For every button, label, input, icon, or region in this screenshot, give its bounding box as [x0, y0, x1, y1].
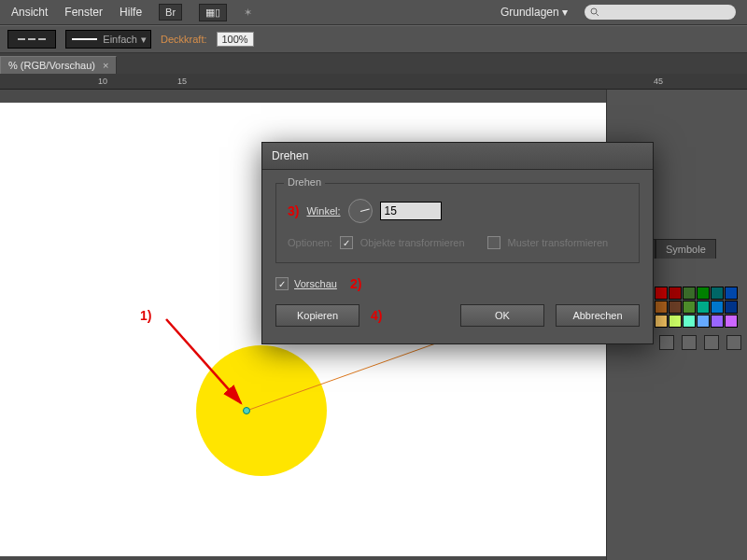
- swatch[interactable]: [669, 315, 682, 328]
- swatch[interactable]: [697, 315, 710, 328]
- ok-button[interactable]: OK: [460, 304, 544, 327]
- tool-icon[interactable]: ✶: [244, 7, 252, 19]
- swatch[interactable]: [697, 301, 710, 314]
- swatch[interactable]: [711, 287, 724, 300]
- rotation-center-marker[interactable]: [244, 408, 250, 414]
- panel-tab-symbols[interactable]: Symbole: [655, 239, 716, 259]
- menu-ansicht[interactable]: Ansicht: [11, 6, 48, 19]
- swatch[interactable]: [697, 287, 710, 300]
- swatch-tool-icon[interactable]: [659, 335, 674, 350]
- menu-bar: Ansicht Fenster Hilfe Br ▦▯ ✶ Grundlagen…: [0, 0, 747, 25]
- dash-picker[interactable]: [7, 30, 56, 49]
- ruler-tick: 10: [98, 77, 107, 86]
- annotation-4: 4): [371, 308, 382, 323]
- options-label: Optionen:: [288, 237, 332, 248]
- swatch[interactable]: [669, 287, 682, 300]
- swatch[interactable]: [683, 315, 696, 328]
- transform-patterns-label: Muster transformieren: [508, 237, 609, 248]
- rotate-dialog: Drehen Drehen 3) Winkel: Optionen: ✓ Obj…: [261, 142, 654, 344]
- dialog-title: Drehen: [272, 149, 308, 162]
- swatch[interactable]: [725, 287, 738, 300]
- menu-fenster[interactable]: Fenster: [64, 6, 103, 19]
- swatch[interactable]: [683, 301, 696, 314]
- cancel-button[interactable]: Abbrechen: [556, 304, 640, 327]
- transform-objects-checkbox: ✓: [340, 236, 353, 249]
- workspace: 1) Pinsel Symbole Drehen Drehen 3): [0, 90, 747, 556]
- bridge-button[interactable]: Br: [159, 4, 182, 21]
- close-icon[interactable]: ×: [103, 60, 108, 71]
- dialog-title-bar[interactable]: Drehen: [262, 143, 653, 170]
- swatch[interactable]: [725, 301, 738, 314]
- workspace-selector[interactable]: Grundlagen ▾: [500, 6, 568, 19]
- annotation-2: 2): [350, 276, 361, 291]
- angle-label[interactable]: Winkel:: [306, 205, 340, 217]
- angle-input[interactable]: [380, 202, 442, 220]
- layout-icon[interactable]: ▦▯: [199, 4, 227, 21]
- document-tab[interactable]: % (RGB/Vorschau) ×: [0, 56, 117, 74]
- swatch[interactable]: [725, 315, 738, 328]
- swatch-tool-icon[interactable]: [726, 335, 741, 350]
- swatch[interactable]: [711, 315, 724, 328]
- menu-hilfe[interactable]: Hilfe: [120, 6, 142, 19]
- document-tabs: % (RGB/Vorschau) ×: [0, 53, 747, 74]
- swatch-tool-icon[interactable]: [704, 335, 719, 350]
- preview-label[interactable]: Vorschau: [294, 278, 337, 289]
- swatch[interactable]: [683, 287, 696, 300]
- opacity-label: Deckkraft:: [161, 34, 207, 45]
- swatch[interactable]: [655, 315, 668, 328]
- annotation-3: 3): [288, 203, 299, 218]
- search-input[interactable]: [585, 5, 736, 20]
- search-icon: [590, 7, 599, 17]
- swatch-tool-icon[interactable]: [682, 335, 697, 350]
- preview-checkbox[interactable]: ✓: [275, 277, 289, 290]
- svg-point-0: [591, 8, 597, 14]
- ruler-tick: 15: [177, 77, 187, 86]
- tab-label: % (RGB/Vorschau): [8, 60, 95, 71]
- angle-dial[interactable]: [348, 199, 373, 223]
- transform-objects-label: Objekte transformieren: [360, 237, 465, 248]
- rotate-fieldset: Drehen 3) Winkel: Optionen: ✓ Objekte tr…: [275, 183, 640, 263]
- properties-bar: Einfach▾ Deckkraft: 100%: [0, 25, 747, 53]
- ruler-tick: 45: [654, 77, 663, 86]
- fieldset-legend: Drehen: [284, 176, 325, 188]
- copy-button[interactable]: Kopieren: [275, 304, 359, 327]
- swatch[interactable]: [655, 301, 668, 314]
- swatch[interactable]: [711, 301, 724, 314]
- horizontal-ruler: 10 15 45: [0, 74, 747, 90]
- artwork-circle[interactable]: [196, 345, 327, 476]
- opacity-value[interactable]: 100%: [217, 32, 254, 47]
- svg-line-1: [597, 14, 599, 17]
- swatch[interactable]: [655, 287, 668, 300]
- swatch[interactable]: [669, 301, 682, 314]
- transform-patterns-checkbox: [487, 236, 500, 249]
- stroke-style-select[interactable]: Einfach▾: [65, 30, 151, 49]
